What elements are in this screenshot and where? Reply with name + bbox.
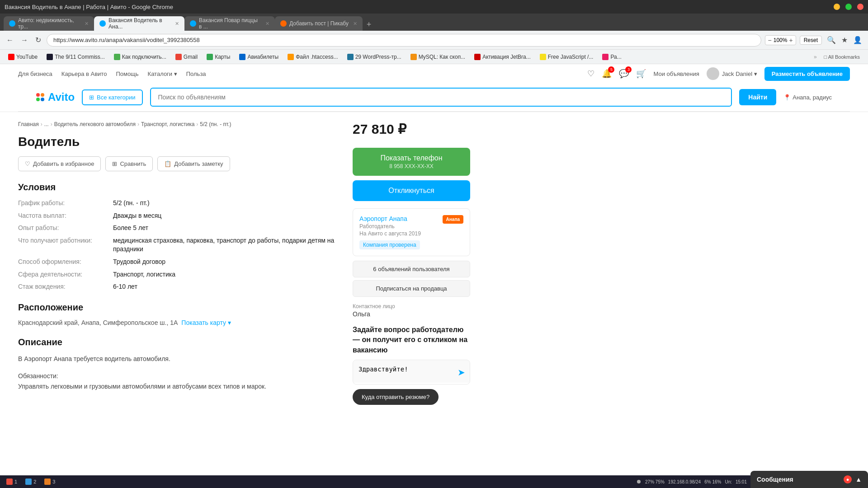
reload-button[interactable]: ↻ (33, 34, 43, 46)
location-selector[interactable]: 📍 Анапа, радиус (783, 94, 832, 101)
favorites-icon[interactable]: ♡ (587, 69, 594, 79)
zoom-out-button[interactable]: − (768, 37, 772, 44)
kak-icon (114, 54, 120, 60)
breadcrumb-job-type[interactable]: Водитель легкового автомобиля (54, 121, 136, 127)
window-title: Вакансия Водитель в Анапе | Работа | Ави… (5, 4, 173, 10)
cart-icon[interactable]: 🛒 (636, 69, 646, 79)
back-button[interactable]: ← (5, 34, 15, 46)
employer-info: Аэропорт Анапа Работодатель На Авито с а… (359, 215, 421, 237)
tab-pikaboo[interactable]: Добавить пост | Пикабу ✕ (275, 16, 363, 31)
breadcrumb-sep-1: › (41, 121, 42, 127)
tab-close-2[interactable]: ✕ (175, 21, 179, 27)
bookmark-ra[interactable]: Ра... (599, 52, 625, 61)
profile-button[interactable]: 👤 (852, 34, 863, 46)
bookmark-star-button[interactable]: ★ (840, 34, 849, 46)
job-price: 27 810 ₽ (353, 121, 470, 137)
maximize-button[interactable] (845, 4, 852, 10)
for-business-link[interactable]: Для бизнеса (18, 70, 52, 77)
help-link[interactable]: Помощь (116, 70, 138, 77)
bookmark-911[interactable]: The 9/11 Commiss... (43, 52, 108, 61)
taskbar-item-2[interactable]: 2 (23, 478, 39, 486)
tab-label-1: Авито: недвижимость, тр... (18, 17, 80, 30)
catalogs-link[interactable]: Каталоги ▾ (148, 70, 177, 77)
search-page-button[interactable]: 🔍 (826, 34, 837, 46)
my-listings-link[interactable]: Мои объявления (653, 70, 699, 77)
employer-name-link[interactable]: Аэропорт Анапа (359, 215, 421, 222)
bookmark-js[interactable]: Free JavaScript /... (536, 52, 597, 61)
close-button[interactable] (857, 4, 863, 10)
tab-avito-2[interactable]: Вакансия Водитель в Ана... ✕ (94, 16, 184, 31)
bookmark-mysql[interactable]: MySQL: Как скоп... (407, 52, 469, 61)
wp-icon (347, 54, 354, 60)
breadcrumb-ellipsis[interactable]: ... (44, 121, 49, 127)
message-input[interactable]: Здравствуйте! (353, 360, 470, 383)
all-categories-button[interactable]: ⊞ Все категории (82, 89, 142, 105)
ask-employer-section: Задайте вопрос работодателю — он получит… (353, 325, 470, 405)
send-resume-button[interactable]: Куда отправить резюме? (353, 389, 439, 405)
benefit-link[interactable]: Польза (186, 70, 206, 77)
add-note-button[interactable]: 📋 Добавить заметку (157, 156, 230, 171)
messages-icon[interactable]: 💬 3 (619, 69, 629, 79)
message-input-wrapper: Здравствуйте! ➤ (353, 360, 470, 385)
employer-logo: Анапа (443, 215, 463, 224)
logo-dot-2 (41, 93, 44, 97)
chat-badge: ● (844, 475, 852, 483)
bookmark-avia[interactable]: Авиабилеты (236, 52, 282, 61)
taskbar-label-3: 3 (52, 479, 55, 484)
forward-button[interactable]: → (19, 34, 30, 46)
find-button[interactable]: Найти (739, 89, 776, 105)
tab-close-4[interactable]: ✕ (353, 21, 357, 27)
breadcrumb-home[interactable]: Главная (18, 121, 39, 127)
schedule-label: График работы: (18, 199, 113, 208)
breadcrumb-sep-4: › (196, 121, 198, 127)
messages-badge: 3 (625, 66, 632, 73)
browser-tabs: Авито: недвижимость, тр... ✕ Вакансия Во… (0, 14, 868, 31)
tab-close-3[interactable]: ✕ (265, 21, 269, 27)
bookmark-maps[interactable]: Карты (203, 52, 234, 61)
chat-widget[interactable]: Сообщения ● ▲ (750, 471, 868, 488)
send-icon[interactable]: ➤ (458, 367, 465, 378)
taskbar-item-3[interactable]: 3 (42, 478, 58, 486)
tab-avito-1[interactable]: Авито: недвижимость, тр... ✕ (4, 16, 94, 31)
user-listings-button[interactable]: 6 объявлений пользователя (353, 261, 470, 277)
career-link[interactable]: Карьера в Авито (61, 70, 107, 77)
bookmark-wp[interactable]: 29 WordPress-тр... (344, 52, 405, 61)
maps-icon (207, 54, 213, 60)
compare-button[interactable]: ⊞ Сравнить (105, 156, 153, 171)
zoom-in-button[interactable]: + (789, 37, 793, 44)
add-favorite-button[interactable]: ♡ Добавить в избранное (18, 156, 101, 171)
notifications-icon[interactable]: 🔔 5 (602, 69, 612, 79)
condition-employment: Способ оформления: Трудовой договор (18, 258, 335, 267)
topnav-left: Для бизнеса Карьера в Авито Помощь Катал… (18, 70, 206, 77)
respond-button[interactable]: Откликнуться (353, 180, 470, 201)
breadcrumb-schedule[interactable]: 5/2 (пн. - пт.) (200, 121, 231, 127)
bookmark-gmail[interactable]: Gmail (172, 52, 201, 61)
bookmark-jet[interactable]: Активация JetBra... (471, 52, 534, 61)
zoom-level: 100% (774, 37, 788, 43)
chat-header[interactable]: Сообщения ● ▲ (750, 471, 868, 488)
url-input[interactable] (47, 34, 761, 47)
chat-chevron-icon[interactable]: ▲ (855, 476, 862, 483)
new-tab-button[interactable]: + (363, 18, 375, 31)
show-map-link[interactable]: Показать карту ▾ (181, 319, 231, 326)
taskbar-item-1[interactable]: 1 (4, 478, 20, 486)
minimize-button[interactable] (834, 4, 840, 10)
tab-close-1[interactable]: ✕ (85, 21, 89, 27)
reset-button[interactable]: Reset (800, 36, 822, 45)
show-phone-button[interactable]: Показать телефон 8 958 ХХХ-ХХ-ХХ (353, 148, 470, 176)
bookmark-youtube[interactable]: YouTube (5, 52, 41, 61)
breadcrumb-industry[interactable]: Транспорт, логистика (141, 121, 194, 127)
right-column: 27 810 ₽ Показать телефон 8 958 ХХХ-ХХ-Х… (353, 121, 470, 405)
search-input[interactable] (150, 88, 732, 107)
subscribe-seller-button[interactable]: Подписаться на продавца (353, 280, 470, 297)
conditions-title: Условия (18, 182, 335, 192)
tab-avito-3[interactable]: Вакансия Повар пиццы в ... ✕ (184, 16, 275, 31)
user-menu[interactable]: Jack Daniel ▾ (707, 67, 757, 80)
bookmark-file[interactable]: Файл .htaccess... (284, 52, 342, 61)
tab-label-2: Вакансия Водитель в Ана... (108, 17, 170, 30)
chat-controls: ● ▲ (844, 475, 862, 483)
bookmark-kak[interactable]: Как подключить... (110, 52, 170, 61)
all-bookmarks-button[interactable]: □ All Bookmarks (821, 53, 863, 61)
bookmark-kak-label: Как подключить... (122, 54, 166, 60)
place-listing-button[interactable]: Разместить объявление (764, 67, 850, 81)
